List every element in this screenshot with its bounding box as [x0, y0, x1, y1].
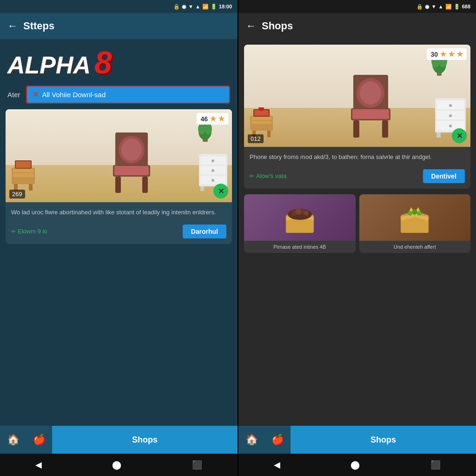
svg-rect-14 — [142, 177, 148, 193]
download-btn-text: All Vohiie Downl-sad — [42, 91, 106, 99]
nav-recent-left[interactable]: ⬛ — [192, 460, 202, 470]
svg-point-63 — [295, 208, 302, 215]
svg-point-26 — [198, 123, 205, 134]
svg-rect-13 — [115, 177, 121, 193]
alpha-number: 8 — [94, 46, 112, 78]
right-card-image: 30 ★ ★ ★ 012 ✕ — [244, 45, 470, 147]
svg-point-27 — [205, 123, 212, 134]
close-icon-left: ✕ — [218, 187, 224, 196]
svg-rect-22 — [200, 186, 204, 191]
x-icon-left: ✕ — [33, 90, 39, 99]
svg-point-21 — [212, 179, 214, 182]
home-icon-right[interactable]: 🏠 — [238, 426, 264, 454]
top-bar-left: ← Stteps — [0, 13, 238, 39]
status-icons-right: 🔒◉▼▲📶🔋 688 — [416, 4, 470, 10]
svg-point-19 — [212, 159, 214, 162]
card-actions-left: ✏ Elowm 9 lo Darorhul — [6, 223, 232, 244]
svg-point-50 — [449, 125, 452, 127]
status-bar-left: 🔒◉▼▲📶🔋 18:00 — [0, 0, 238, 13]
close-icon-right: ✕ — [456, 132, 463, 140]
shop-item-img-left — [244, 194, 356, 241]
card-id-left: 269 — [9, 190, 25, 198]
right-phone: 🔒◉▼▲📶🔋 688 ← Shops — [238, 0, 476, 476]
shop-item-label-left: Pirnase ated intines 4B — [244, 241, 356, 253]
right-card-link[interactable]: ✏ Alow's vata — [250, 172, 286, 179]
right-content: 30 ★ ★ ★ 012 ✕ Phone story froms mod akd… — [238, 39, 476, 426]
page-title-left: Stteps — [23, 20, 54, 32]
svg-point-20 — [212, 169, 214, 172]
svg-point-10 — [121, 139, 142, 161]
svg-rect-33 — [267, 131, 271, 137]
right-card-actions: ✏ Alow's vata Dentivel — [244, 167, 470, 189]
pencil-icon-left: ✏ — [11, 228, 16, 235]
svg-point-73 — [417, 211, 422, 216]
apple-icon-right[interactable]: 🍎 — [264, 426, 291, 454]
back-button-right[interactable]: ← — [246, 20, 256, 32]
right-star-2: ★ — [448, 50, 455, 59]
right-chair — [349, 75, 393, 139]
nav-back-right[interactable]: ◀ — [274, 460, 280, 470]
svg-rect-31 — [251, 125, 271, 129]
bottom-nav-right: 🏠 🍎 Shops — [238, 426, 476, 454]
svg-rect-7 — [16, 161, 31, 168]
card-close-left[interactable]: ✕ — [213, 184, 228, 198]
right-card-desc: Phone story froms mod akd/3, to bathen: … — [244, 147, 470, 167]
svg-rect-42 — [353, 120, 359, 138]
bottom-nav-left: 🏠 🍎 Shops — [0, 426, 238, 454]
right-star-1: ★ — [440, 50, 446, 59]
card-badge-left: 46 ★ ★ — [197, 113, 228, 125]
right-card-btn[interactable]: Dentivel — [423, 169, 465, 183]
svg-point-72 — [412, 209, 417, 215]
ater-row: Ater ✕ All Vohiie Downl-sad — [0, 82, 238, 109]
download-button[interactable]: ✕ All Vohiie Downl-sad — [27, 86, 229, 103]
shop-items-grid: Pirnase ated intines 4B — [238, 194, 476, 258]
svg-rect-51 — [436, 132, 441, 138]
left-card: 46 ★ ★ 269 ✕ Wo lad uroc fiwre abortinah… — [6, 109, 232, 244]
shop-item-left[interactable]: Pirnase ated intines 4B — [244, 194, 356, 253]
shops-button-left[interactable]: Shops — [52, 426, 238, 454]
download-wrapper: ✕ All Vohiie Downl-sad — [26, 86, 230, 104]
pencil-icon-right: ✏ — [250, 173, 254, 179]
alpha-title: ALPHA 8 — [7, 46, 230, 78]
svg-rect-29 — [251, 117, 271, 120]
back-button-left[interactable]: ← — [7, 20, 18, 32]
svg-point-39 — [360, 81, 381, 105]
nav-home-right[interactable]: ⬤ — [350, 460, 360, 470]
svg-rect-3 — [13, 178, 33, 183]
svg-rect-2 — [13, 173, 33, 177]
right-card: 30 ★ ★ ★ 012 ✕ Phone story froms mod akd… — [244, 45, 470, 189]
status-icons-left: 🔒◉▼▲📶🔋 18:00 — [173, 4, 232, 10]
shops-button-right[interactable]: Shops — [291, 426, 476, 454]
nav-home-left[interactable]: ⬤ — [112, 460, 121, 470]
home-icon-left[interactable]: 🏠 — [0, 426, 26, 454]
status-bar-right: 🔒◉▼▲📶🔋 688 — [238, 0, 476, 13]
left-phone: 🔒◉▼▲📶🔋 18:00 ← Stteps ALPHA 8 Ater ✕ All… — [0, 0, 238, 476]
shop-item-img-right — [359, 194, 471, 241]
android-nav-left: ◀ ⬤ ⬛ — [0, 454, 238, 476]
svg-rect-12 — [114, 166, 149, 175]
svg-point-71 — [408, 211, 412, 216]
svg-point-65 — [304, 211, 309, 216]
nav-recent-right[interactable]: ⬛ — [430, 460, 441, 470]
card-link-left[interactable]: ✏ Elowm 9 lo — [11, 228, 47, 235]
chair — [111, 132, 152, 193]
svg-rect-30 — [251, 121, 271, 124]
android-nav-right: ◀ ⬤ ⬛ — [238, 454, 476, 476]
svg-rect-5 — [29, 184, 33, 191]
alpha-header: ALPHA 8 — [0, 39, 238, 82]
right-star-3: ★ — [456, 50, 463, 59]
side-table — [9, 159, 37, 193]
svg-rect-41 — [352, 109, 389, 119]
ater-label: Ater — [7, 91, 20, 99]
card-action-btn-left[interactable]: Darorhul — [183, 225, 226, 238]
svg-point-48 — [449, 104, 452, 107]
top-bar-right: ← Shops — [238, 13, 476, 39]
right-card-close[interactable]: ✕ — [452, 128, 467, 143]
shop-item-label-right: Und ehenteh affert — [359, 241, 471, 253]
right-card-badge: 30 ★ ★ ★ — [427, 48, 467, 60]
shop-item-right[interactable]: Und ehenteh affert — [359, 194, 471, 253]
svg-rect-43 — [382, 120, 388, 138]
nav-back-left[interactable]: ◀ — [35, 460, 42, 470]
card-image-left: 46 ★ ★ 269 ✕ — [6, 109, 232, 202]
apple-icon-left[interactable]: 🍎 — [26, 426, 52, 454]
